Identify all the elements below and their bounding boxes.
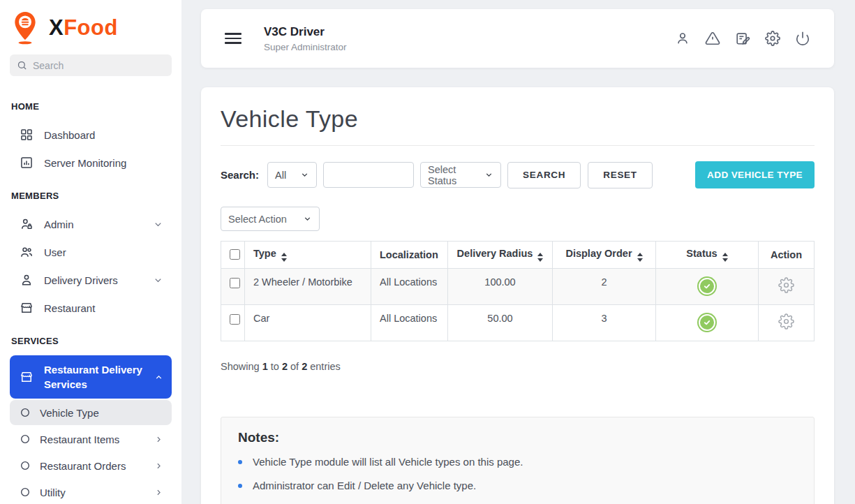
- bulk-action-select[interactable]: Select Action: [221, 207, 320, 231]
- column-label: Display Order: [565, 248, 632, 259]
- cell-type: 2 Wheeler / Motorbike: [245, 268, 371, 304]
- search-icon: [17, 60, 27, 71]
- sidebar-search[interactable]: [10, 54, 172, 76]
- column-header-delivery-radius[interactable]: Delivery Radius: [448, 242, 553, 269]
- chevron-down-icon: [153, 275, 163, 286]
- chevron-down-icon: [484, 170, 493, 179]
- user-icon[interactable]: [674, 29, 692, 47]
- summary-total: 2: [302, 361, 307, 372]
- sidebar-subitem-label: Vehicle Type: [40, 407, 99, 419]
- power-icon[interactable]: [794, 29, 812, 47]
- column-header-action: Action: [759, 242, 815, 269]
- divider: [221, 145, 815, 146]
- users-group-icon: [20, 245, 34, 259]
- topbar-actions: [674, 29, 812, 47]
- column-label: Type: [253, 248, 276, 259]
- add-vehicle-type-button[interactable]: ADD VEHICLE TYPE: [695, 161, 815, 188]
- status-active-icon[interactable]: [699, 314, 715, 331]
- sort-icon[interactable]: [722, 253, 728, 262]
- bulk-action-row: Select Action: [221, 207, 815, 231]
- summary-to: 2: [282, 361, 288, 372]
- sidebar-item-label: User: [44, 246, 66, 258]
- sidebar: XFood HOME Dashboard Server Monitoring M…: [0, 0, 181, 504]
- admin-user-lock-icon: [20, 217, 34, 231]
- column-label: Action: [771, 249, 802, 260]
- sidebar-item-label: Restaurant: [44, 302, 95, 314]
- settings-icon[interactable]: [764, 29, 782, 47]
- menu-toggle-icon[interactable]: [223, 30, 243, 47]
- search-keyword-input[interactable]: [323, 162, 414, 188]
- column-header-type[interactable]: Type: [245, 242, 371, 269]
- column-label: Localization: [380, 249, 438, 260]
- app-subtitle: Super Administrator: [264, 42, 347, 52]
- sort-icon[interactable]: [537, 253, 543, 262]
- column-header-display-order[interactable]: Display Order: [553, 242, 656, 269]
- alert-triangle-icon[interactable]: [704, 29, 722, 47]
- sort-icon[interactable]: [281, 253, 287, 262]
- circle-icon: [20, 487, 31, 498]
- storefront-icon: [20, 301, 34, 315]
- chevron-up-icon: [154, 373, 163, 382]
- sidebar-subitem-vehicle-type[interactable]: Vehicle Type: [10, 400, 172, 425]
- column-label: Status: [686, 248, 717, 259]
- sidebar-item-delivery-drivers[interactable]: Delivery Drivers: [10, 266, 172, 294]
- select-all-checkbox[interactable]: [230, 249, 240, 260]
- app-title: V3C Driver: [264, 25, 347, 39]
- sidebar-item-label: Restaurant Delivery Services: [44, 362, 144, 392]
- chevron-right-icon: [154, 461, 163, 470]
- sidebar-item-restaurant[interactable]: Restaurant: [10, 294, 172, 322]
- search-label: Search:: [221, 169, 259, 181]
- sidebar-subitem-label: Utility: [40, 487, 66, 498]
- sidebar-subitem-label: Restaurant Orders: [40, 460, 126, 472]
- section-members: MEMBERS: [0, 177, 181, 210]
- summary-text: of: [290, 361, 299, 372]
- driver-person-icon: [20, 273, 34, 287]
- sidebar-item-admin[interactable]: Admin: [10, 210, 172, 238]
- sidebar-subitem-restaurant-orders[interactable]: Restaurant Orders: [10, 453, 172, 478]
- circle-icon: [20, 460, 31, 471]
- app-title-block: V3C Driver Super Administrator: [264, 25, 347, 52]
- row-settings-gear-icon[interactable]: [778, 313, 794, 329]
- sidebar-item-label: Admin: [44, 218, 74, 230]
- status-filter-select[interactable]: Select Status: [420, 162, 501, 188]
- sidebar-item-restaurant-delivery-services[interactable]: Restaurant Delivery Services: [10, 355, 172, 399]
- row-checkbox[interactable]: [230, 278, 240, 288]
- column-header-status[interactable]: Status: [656, 242, 759, 269]
- row-settings-gear-icon[interactable]: [778, 277, 794, 293]
- sidebar-subitem-restaurant-items[interactable]: Restaurant Items: [10, 427, 172, 452]
- chevron-down-icon: [303, 214, 312, 223]
- cell-localization: All Locations: [371, 304, 448, 341]
- table-header-row: Type Localization Delivery Radius Displa…: [221, 242, 815, 269]
- search-button[interactable]: SEARCH: [507, 162, 581, 188]
- notes-title: Notes:: [238, 430, 797, 445]
- search-category-select[interactable]: All: [267, 162, 317, 188]
- filter-row: Search: All Select Status SEARCH RESET A…: [221, 161, 815, 188]
- sidebar-item-server-monitoring[interactable]: Server Monitoring: [10, 149, 172, 177]
- brand-name: XFood: [49, 15, 118, 40]
- sort-icon[interactable]: [637, 253, 643, 262]
- status-filter-value: Select Status: [428, 164, 479, 186]
- reset-button[interactable]: RESET: [588, 162, 653, 188]
- circle-icon: [20, 407, 31, 418]
- vehicle-type-table: Type Localization Delivery Radius Displa…: [221, 241, 815, 341]
- sidebar-subitem-utility[interactable]: Utility: [10, 480, 172, 504]
- status-active-icon[interactable]: [699, 278, 715, 295]
- note-item: Vehicle Type module will list all Vehicl…: [238, 456, 797, 468]
- row-checkbox[interactable]: [230, 314, 240, 325]
- logs-edit-icon[interactable]: [734, 29, 752, 47]
- brand-logo[interactable]: XFood: [0, 0, 181, 50]
- sidebar-search-input[interactable]: [33, 60, 165, 71]
- notes-panel: Notes: Vehicle Type module will list all…: [221, 417, 815, 504]
- sidebar-item-label: Delivery Drivers: [44, 274, 118, 286]
- circle-icon: [20, 433, 31, 445]
- summary-text: entries: [310, 361, 341, 372]
- bullet-dot-icon: [238, 460, 242, 464]
- chevron-right-icon: [154, 435, 163, 444]
- sidebar-item-label: Server Monitoring: [44, 157, 126, 169]
- sidebar-item-dashboard[interactable]: Dashboard: [10, 121, 172, 149]
- bulk-action-value: Select Action: [228, 214, 287, 225]
- note-item: Administrator can Edit / Delete any Vehi…: [238, 480, 797, 491]
- dashboard-grid-icon: [20, 128, 34, 142]
- sidebar-item-user[interactable]: User: [10, 238, 172, 266]
- main-area: V3C Driver Super Administrator Vehicle T…: [181, 0, 855, 504]
